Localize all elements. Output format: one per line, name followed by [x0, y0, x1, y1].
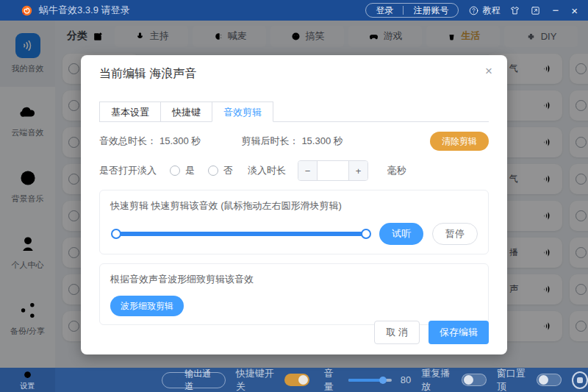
tab-hotkeys[interactable]: 快捷键 [160, 101, 212, 122]
hotkey-switch-label: 快捷键开关 [236, 367, 279, 392]
trim-handle-right[interactable] [361, 229, 371, 239]
resize-window-icon[interactable] [530, 5, 541, 16]
snail-logo-icon [21, 4, 33, 17]
trim-slider[interactable] [116, 232, 366, 236]
radio-circle-icon[interactable] [170, 165, 180, 176]
clear-edit-button[interactable]: 清除剪辑 [430, 132, 489, 151]
app-title: 蜗牛音效3.3.9 请登录 [39, 4, 130, 17]
repeat-toggle[interactable] [462, 374, 487, 386]
fade-no-radio[interactable]: 否 [208, 164, 233, 177]
total-duration-value: 15.300 秒 [159, 135, 201, 148]
gear-icon [22, 369, 33, 380]
quick-edit-panel: 快速剪辑 快速剪辑该音效 (鼠标拖动左右圆形滑块剪辑) 试听 暂停 [99, 190, 489, 254]
toggle-knob [298, 375, 308, 385]
settings-label: 设置 [21, 381, 35, 391]
trim-handle-left[interactable] [111, 229, 121, 239]
volume-fill [348, 379, 383, 382]
stop-icon [577, 377, 583, 383]
hotkey-toggle[interactable] [284, 374, 309, 386]
duration-row: 音效总时长： 15.300 秒 剪辑后时长： 15.300 秒 清除剪辑 [99, 132, 489, 151]
modal-title: 当前编辑 海浪声音 [99, 66, 489, 82]
modal-footer: 取 消 保存编辑 [374, 321, 489, 344]
titlebar: 蜗牛音效3.3.9 请登录 登录 注册账号 教程 − × [0, 0, 588, 21]
auth-buttons: 登录 注册账号 [365, 3, 459, 18]
waveform-description: 根据音效声音波形细致剪辑该音效 [110, 273, 478, 286]
save-edit-button[interactable]: 保存编辑 [429, 321, 489, 344]
waveform-edit-button[interactable]: 波形细致剪辑 [110, 296, 184, 316]
topmost-label: 窗口置顶 [497, 367, 531, 392]
tab-sound-editing[interactable]: 音效剪辑 [212, 101, 273, 122]
decrease-button[interactable]: − [298, 161, 318, 180]
volume-value: 80 [401, 374, 411, 385]
pause-button[interactable]: 暂停 [432, 223, 478, 245]
minimize-button[interactable]: − [551, 7, 560, 14]
edited-duration-value: 15.300 秒 [301, 135, 343, 148]
bottombar: 设置 输出通道 快捷键开关 音量 80 重复播放 窗口置顶 [0, 368, 588, 392]
tutorial-label: 教程 [482, 4, 500, 17]
channel-mixer-icon [171, 374, 181, 385]
quick-edit-description: 快速剪辑 快速剪辑该音效 (鼠标拖动左右圆形滑块剪辑) [110, 199, 478, 213]
close-window-button[interactable]: × [570, 4, 579, 17]
radio-circle-icon[interactable] [208, 165, 218, 176]
output-channel-button[interactable]: 输出通道 [162, 372, 226, 388]
toggle-knob [539, 375, 548, 385]
app-window: 蜗牛音效3.3.9 请登录 登录 注册账号 教程 − × 我的音效 [0, 0, 588, 392]
tab-basic-settings[interactable]: 基本设置 [99, 101, 161, 122]
fade-question-label: 是否打开淡入 [99, 164, 157, 177]
sidebar-item-settings[interactable]: 设置 [0, 368, 55, 392]
waveform-edit-panel: 根据音效声音波形细致剪辑该音效 波形细致剪辑 [99, 263, 489, 325]
question-circle-icon [468, 5, 479, 16]
fade-row: 是否打开淡入 是 否 淡入时长 − + 毫秒 [99, 160, 489, 181]
fade-unit-label: 毫秒 [387, 164, 406, 177]
login-button[interactable]: 登录 [366, 4, 403, 17]
fade-yes-radio[interactable]: 是 [170, 164, 195, 177]
edit-sound-modal: 当前编辑 海浪声音 × 基本设置 快捷键 音效剪辑 音效总时长： 15.300 … [81, 55, 507, 354]
total-duration-label: 音效总时长： [99, 135, 157, 148]
trim-slider-row: 试听 暂停 [110, 223, 478, 245]
toggle-knob [464, 375, 473, 385]
output-channel-label: 输出通道 [184, 368, 215, 392]
radio-label: 否 [223, 164, 233, 177]
preview-button[interactable]: 试听 [379, 223, 423, 245]
edited-duration-label: 剪辑后时长： [241, 135, 298, 148]
register-button[interactable]: 注册账号 [404, 4, 458, 17]
fade-duration-input[interactable] [318, 161, 348, 180]
increase-button[interactable]: + [348, 161, 368, 180]
volume-slider[interactable] [348, 379, 392, 382]
skin-theme-icon[interactable] [509, 5, 520, 16]
close-icon[interactable]: × [485, 65, 492, 77]
volume-handle[interactable] [379, 377, 387, 384]
modal-tabs: 基本设置 快捷键 音效剪辑 [99, 101, 489, 122]
fade-duration-label: 淡入时长 [248, 164, 286, 177]
fade-duration-stepper: − + [298, 160, 368, 181]
topmost-toggle[interactable] [537, 374, 562, 386]
volume-label: 音量 [324, 367, 341, 392]
cancel-button[interactable]: 取 消 [374, 321, 420, 344]
stop-button[interactable] [572, 371, 588, 389]
tutorial-button[interactable]: 教程 [468, 4, 500, 17]
repeat-label: 重复播放 [421, 367, 455, 392]
radio-label: 是 [185, 164, 195, 177]
